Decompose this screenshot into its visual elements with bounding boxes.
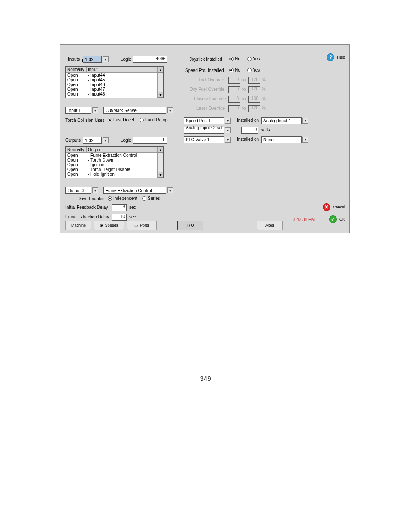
laser-from-input: 0 (228, 105, 240, 112)
port-icon: ▭ (134, 223, 138, 227)
list-item: Open- Input44 (66, 73, 163, 78)
list-item: Open- Hold Ignition (66, 172, 163, 177)
oxy-to-input: 120 (248, 86, 260, 93)
scroll-down-icon[interactable]: ▼ (158, 172, 163, 178)
list-item: Open- Ignition (66, 162, 163, 167)
drive-series-radio[interactable]: Series (142, 196, 160, 201)
outputs-range-combo[interactable]: 1-32 (83, 137, 102, 144)
analog-offset-dropdown-icon[interactable]: ▼ (225, 127, 231, 133)
oxy-pct: % (262, 87, 266, 92)
torch-collision-label: Torch Collision Uses (65, 118, 105, 123)
radio-dot-icon (247, 68, 252, 72)
radio-dot-icon (229, 57, 234, 61)
page-number: 349 (0, 375, 411, 382)
inputs-logic-value[interactable]: 4096 (133, 56, 167, 63)
torch-fast-decel-radio[interactable]: Fast Decel (108, 118, 134, 122)
pfc-installed-on-label: Installed on (237, 137, 259, 142)
analog-offset-unit: volts (261, 128, 270, 132)
speedpot-combo[interactable]: Speed Pot. 1 (184, 117, 224, 124)
plasma-override-label: Plasma Override (194, 96, 226, 101)
ok-button[interactable]: ✓ OK (329, 215, 345, 223)
input-map-combo[interactable]: Cut/Mark Sense (103, 107, 166, 114)
inputs-listbox[interactable]: Normally Input Open- Input44 Open- Input… (65, 66, 164, 98)
inputs-scrollbar[interactable]: ▲ ▼ (157, 67, 163, 98)
list-item: Open- Input48 (66, 92, 163, 96)
io-config-window: Inputs 1-32 ▼ Logic 4096 Normally Input … (60, 44, 350, 233)
input-select-dropdown-icon[interactable]: ▼ (92, 107, 98, 113)
inputs-range-combo[interactable]: 1-32 (83, 56, 102, 63)
output-map-combo[interactable]: Fume Extraction Control (103, 187, 166, 194)
fume-extraction-delay-label: Fume Extraction Delay (65, 215, 109, 219)
outputs-scrollbar[interactable]: ▲ ▼ (157, 147, 163, 178)
inputs-hdr-input: Input (87, 67, 163, 73)
fume-extraction-delay-input[interactable]: 10 (112, 214, 127, 221)
inputs-range-dropdown-icon[interactable]: ▼ (103, 56, 109, 62)
laser-override-label: Laser Override (196, 106, 225, 111)
outputs-logic-value[interactable]: 0 (133, 137, 167, 144)
installed-on-combo[interactable]: Analog Input 1 (261, 117, 302, 124)
outputs-listbox[interactable]: Normally Output Open- Fume Extraction Co… (65, 146, 164, 178)
initial-feedback-delay-label: Initial Feedback Delay (65, 205, 108, 210)
list-item: Open- Torch Height Disable (66, 167, 163, 172)
nav-machine-button[interactable]: Machine (65, 221, 91, 230)
scroll-down-icon[interactable]: ▼ (158, 92, 163, 98)
outputs-range-dropdown-icon[interactable]: ▼ (103, 137, 109, 143)
ifd-unit: sec (129, 205, 136, 210)
plasma-from-input: 0 (228, 96, 240, 103)
pfc-installed-on-combo[interactable]: None (261, 136, 302, 143)
plasma-pct: % (262, 96, 266, 101)
pfc-valve-dropdown-icon[interactable]: ▼ (225, 137, 231, 143)
input-map-dropdown-icon[interactable]: ▼ (167, 107, 173, 113)
radio-dot-icon (142, 196, 146, 201)
laser-pct: % (262, 106, 266, 111)
radio-dot-icon (247, 57, 252, 61)
speedpot-dropdown-icon[interactable]: ▼ (225, 118, 231, 124)
scroll-up-icon[interactable]: ▲ (158, 67, 163, 73)
list-item: Open- Input46 (66, 82, 163, 87)
output-select-dropdown-icon[interactable]: ▼ (92, 187, 98, 193)
nav-speeds-button[interactable]: ◉ Speeds (94, 221, 124, 230)
input-select-combo[interactable]: Input 1 (65, 107, 91, 114)
nav-axes-button[interactable]: Axes (257, 221, 283, 230)
drive-independent-radio[interactable]: Independent (108, 196, 137, 201)
initial-feedback-delay-input[interactable]: 3 (112, 204, 127, 211)
oxy-from-input: 0 (228, 86, 240, 93)
speedpot-yes-radio[interactable]: Yes (247, 68, 260, 72)
help-icon: ? (327, 53, 334, 61)
oxy-override-label: Oxy Fuel Override (190, 87, 224, 92)
list-item: Open- Input45 (66, 78, 163, 82)
analog-offset-input[interactable]: 0 (241, 127, 258, 134)
output-map-dropdown-icon[interactable]: ▼ (167, 187, 173, 193)
pfc-installed-on-dropdown-icon[interactable]: ▼ (302, 137, 308, 143)
outputs-hdr-normally: Normally (66, 147, 87, 153)
clock-label: 3:42:38 PM (293, 217, 315, 222)
joystick-no-radio[interactable]: No (229, 56, 240, 61)
speedpot-installed-label: Speed Pot. Installed (185, 68, 224, 73)
help-button[interactable]: ? Help (327, 53, 345, 61)
cancel-icon: ✕ (323, 203, 330, 211)
radio-dot-icon (140, 118, 144, 122)
inputs-logic-label: Logic (121, 57, 131, 62)
pfc-valve-combo[interactable]: PFC Valve 1 (184, 136, 224, 143)
installed-on-dropdown-icon[interactable]: ▼ (302, 118, 308, 124)
radio-dot-icon (108, 196, 112, 201)
outputs-hdr-output: Output (87, 147, 163, 153)
analog-offset-combo[interactable]: Analog Input Offset 1 (184, 127, 224, 134)
scroll-up-icon[interactable]: ▲ (158, 147, 163, 153)
nav-ports-button[interactable]: ▭ Ports (127, 221, 157, 230)
dash-sep: - (100, 188, 101, 193)
laser-to-word: to (242, 106, 246, 111)
nav-io-button[interactable]: I / O (177, 221, 203, 230)
list-item: Open- Fume Extraction Control (66, 153, 163, 158)
torch-fault-ramp-radio[interactable]: Fault Ramp (140, 118, 168, 122)
laser-to-input: 120 (248, 105, 260, 112)
cancel-button[interactable]: ✕ Cancel (323, 203, 345, 211)
plasma-to-input: 130 (248, 96, 260, 103)
trial-pct: % (262, 78, 266, 82)
joystick-yes-radio[interactable]: Yes (247, 56, 260, 61)
radio-dot-icon (108, 118, 112, 122)
speedpot-no-radio[interactable]: No (229, 68, 240, 72)
output-select-combo[interactable]: Output 3 (65, 187, 91, 194)
gauge-icon: ◉ (100, 223, 103, 227)
joystick-label: Joystick Installed (190, 57, 222, 62)
